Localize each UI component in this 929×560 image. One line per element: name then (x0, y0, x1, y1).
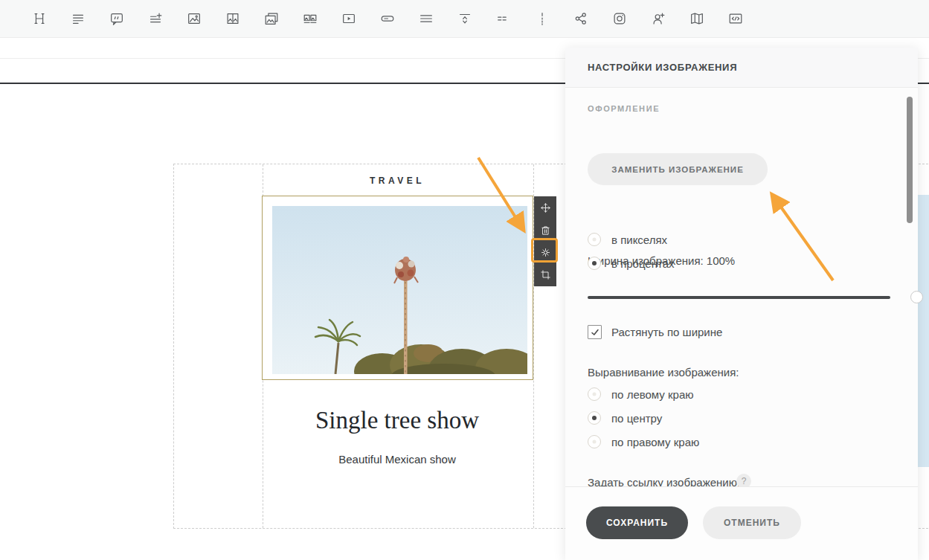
radio-selected[interactable] (588, 411, 601, 425)
section-label: ОФОРМЛЕНИЕ (588, 104, 660, 113)
image-icon[interactable] (186, 10, 202, 27)
align-option-right[interactable]: по правому краю (588, 435, 699, 448)
article-title[interactable]: Single tree show (262, 407, 533, 434)
divider-icon[interactable] (495, 10, 512, 27)
settings-gear-icon[interactable] (534, 241, 556, 263)
button-icon[interactable] (379, 10, 396, 27)
adjacent-image-edge (918, 195, 929, 467)
code-icon[interactable] (727, 10, 744, 27)
map-icon[interactable] (689, 10, 705, 27)
image-text-split-icon[interactable] (225, 10, 241, 27)
text-add-icon[interactable] (147, 10, 164, 27)
heading-icon[interactable] (31, 10, 48, 27)
panel-header: НАСТРОЙКИ ИЗОБРАЖЕНИЯ (565, 48, 918, 88)
unit-option-pixels[interactable]: в пикселях (588, 233, 667, 246)
panel-title: НАСТРОЙКИ ИЗОБРАЖЕНИЯ (588, 62, 737, 73)
form-icon[interactable] (418, 10, 434, 27)
unit-option-percent[interactable]: в процентах (588, 257, 675, 270)
share-icon[interactable] (573, 10, 589, 27)
panel-footer: СОХРАНИТЬ ОТМЕНИТЬ (565, 486, 918, 560)
block-toolbar (0, 0, 929, 38)
checkbox-checked[interactable] (588, 325, 602, 339)
radio-unselected[interactable] (588, 387, 601, 401)
category-label[interactable]: TRAVEL (262, 176, 533, 186)
crop-icon[interactable] (534, 263, 556, 286)
save-button[interactable]: СОХРАНИТЬ (586, 506, 688, 539)
text-icon[interactable] (70, 10, 86, 27)
radio-selected[interactable] (588, 257, 601, 270)
width-slider[interactable] (588, 291, 900, 304)
delete-icon[interactable] (534, 219, 556, 241)
gallery-icon[interactable] (263, 10, 280, 27)
article-photo[interactable] (272, 206, 527, 374)
instagram-icon[interactable] (611, 10, 628, 27)
slider-handle[interactable] (910, 291, 923, 303)
cancel-button[interactable]: ОТМЕНИТЬ (703, 506, 801, 539)
image-settings-panel: НАСТРОЙКИ ИЗОБРАЖЕНИЯ ОФОРМЛЕНИЕ ЗАМЕНИТ… (565, 48, 918, 560)
app-window: TRAVEL (0, 0, 929, 560)
panel-scrollbar[interactable] (907, 97, 913, 223)
vertical-spacing-icon[interactable] (457, 10, 473, 27)
align-option-left[interactable]: по левому краю (588, 387, 694, 401)
stretch-checkbox-row[interactable]: Растянуть по ширине (588, 325, 722, 339)
article-subtitle[interactable]: Beautiful Mexican show (262, 453, 533, 466)
selected-image-frame[interactable] (262, 196, 533, 380)
move-icon[interactable] (534, 196, 556, 219)
two-images-icon[interactable] (302, 10, 318, 27)
quote-icon[interactable] (109, 10, 125, 27)
person-add-icon[interactable] (650, 10, 666, 27)
column-split-icon[interactable] (534, 10, 550, 27)
video-icon[interactable] (341, 10, 357, 27)
radio-unselected[interactable] (588, 233, 601, 246)
align-option-center[interactable]: по центру (588, 411, 662, 425)
image-toolbar (534, 196, 556, 286)
radio-unselected[interactable] (588, 435, 601, 448)
slider-track[interactable] (588, 296, 890, 299)
replace-image-button[interactable]: ЗАМЕНИТЬ ИЗОБРАЖЕНИЕ (588, 153, 768, 185)
alignment-label: Выравнивание изображения: (588, 366, 739, 379)
